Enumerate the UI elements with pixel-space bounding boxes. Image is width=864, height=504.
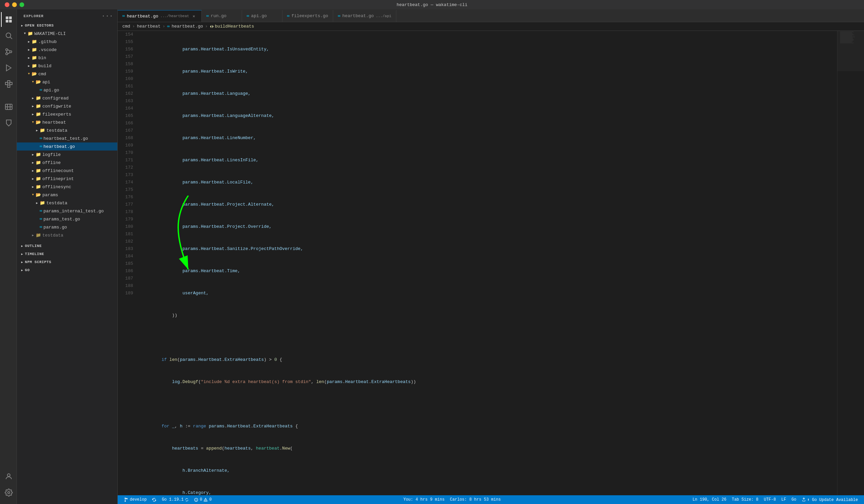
minimize-button[interactable] [12, 2, 17, 7]
outline-section[interactable]: ▶ OUTLINE [17, 242, 117, 250]
cmd-folder[interactable]: ▼ 📂 cmd [17, 70, 117, 78]
offline-folder[interactable]: ▶ 📁 offline [17, 159, 117, 167]
accounts-icon[interactable] [1, 469, 16, 484]
breadcrumb-cmd[interactable]: cmd [122, 24, 130, 29]
status-sync[interactable] [149, 495, 159, 504]
sidebar-item-remote[interactable] [1, 99, 16, 114]
status-branch[interactable]: develop [121, 495, 149, 504]
settings-icon[interactable] [1, 485, 16, 500]
vscode-label: .vscode [38, 47, 57, 52]
fileexperts-folder[interactable]: ▶ 📁 fileexperts [17, 110, 117, 118]
code-line-164: params.Heartbeat.Time, [141, 268, 837, 275]
window-controls[interactable] [5, 2, 24, 7]
maximize-button[interactable] [20, 2, 24, 7]
api-folder[interactable]: ▼ 📂 api [17, 78, 117, 86]
sidebar-item-explorer[interactable] [1, 12, 16, 27]
line-numbers: 154 155 156 157 158 159 160 161 162 163 … [118, 31, 138, 495]
outline-label: OUTLINE [25, 244, 42, 248]
status-update[interactable]: ⬆ Go Update Available [799, 495, 861, 504]
sidebar-item-extensions[interactable] [1, 77, 16, 91]
configread-label: configread [43, 96, 69, 101]
configread-folder[interactable]: ▶ 📁 configread [17, 94, 117, 102]
errors-count: 0 [200, 497, 202, 502]
heartbeat-testdata-folder[interactable]: ▶ 📁 testdata [17, 126, 117, 134]
sidebar-item-source-control[interactable] [1, 44, 16, 59]
status-go-version[interactable]: Go 1.19.1 [159, 495, 191, 504]
tab-label-1: heartbeat.go [127, 14, 158, 19]
code-line-167 [141, 334, 837, 341]
svg-rect-2 [6, 20, 9, 23]
offlinecount-folder[interactable]: ▶ 📁 offlinecount [17, 167, 117, 175]
go-section[interactable]: ▶ GO [17, 266, 117, 274]
svg-rect-1 [9, 16, 12, 19]
status-encoding[interactable]: UTF-8 [761, 495, 779, 504]
vscode-folder[interactable]: ▶ 📁 .vscode [17, 46, 117, 54]
code-line-163: params.Heartbeat.Sanitize.ProjectPathOve… [141, 245, 837, 253]
encoding-label: UTF-8 [764, 497, 776, 502]
go-file-icon-pit: ∞ [40, 209, 42, 213]
offlineprint-label: offlineprint [43, 176, 74, 182]
close-button[interactable] [5, 2, 9, 7]
offlinesync-folder[interactable]: ▶ 📁 offlinesync [17, 183, 117, 191]
heartbeat-test-go-file[interactable]: ▶ ∞ heartbeat_test.go [17, 134, 117, 143]
status-you-time[interactable]: You: 4 hrs 9 mins [401, 495, 447, 504]
warnings-count: 0 [209, 497, 212, 502]
folder-icon-offline: 📁 [36, 160, 41, 165]
status-line-endings[interactable]: LF [779, 495, 789, 504]
status-carlos-time[interactable]: Carlos: 8 hrs 53 mins [447, 495, 503, 504]
sidebar-header: EXPLORER ··· [17, 9, 117, 22]
code-line-165: userAgent, [141, 290, 837, 297]
code-line-162: params.Heartbeat.Project.Override, [141, 223, 837, 231]
configwrite-label: configwrite [43, 104, 71, 109]
project-root-folder[interactable]: ▼ 📁 WAKATIME-CLI [17, 29, 117, 38]
tab-api-go[interactable]: ∞ api.go [242, 10, 283, 22]
svg-point-43 [206, 501, 206, 501]
sidebar-item-search[interactable] [1, 28, 16, 43]
minimap[interactable] [837, 31, 864, 495]
status-cursor[interactable]: Ln 190, Col 26 [690, 495, 729, 504]
folder-icon-offlineprint: 📁 [36, 176, 41, 182]
branch-label: develop [130, 497, 147, 502]
tab-run-go[interactable]: ∞ run.go [202, 10, 242, 22]
folder-icon-offlinecount: 📁 [36, 168, 41, 173]
configwrite-folder[interactable]: ▶ 📁 configwrite [17, 102, 117, 110]
status-errors[interactable]: 0 0 [191, 495, 214, 504]
extra-testdata-folder[interactable]: ▶ 📁 testdata [17, 231, 117, 239]
offlineprint-folder[interactable]: ▶ 📁 offlineprint [17, 175, 117, 183]
tab-close-1[interactable]: ✕ [191, 13, 197, 19]
params-label: params [43, 193, 58, 198]
sidebar-more-icon[interactable]: ··· [101, 13, 113, 20]
code-editor[interactable]: 154 155 156 157 158 159 160 161 162 163 … [118, 31, 837, 495]
status-tab-size[interactable]: Tab Size: 8 [729, 495, 761, 504]
params-arrow: ▼ [30, 192, 36, 198]
params-testdata-folder[interactable]: ▶ 📁 testdata [17, 199, 117, 207]
folder-icon: 📁 [27, 31, 33, 36]
npm-scripts-section[interactable]: ▶ NPM SCRIPTS [17, 258, 117, 266]
sidebar-item-testing[interactable] [1, 115, 16, 130]
code-line-169: log.Debugf("include %d extra heartbeat(s… [141, 378, 837, 386]
bin-folder[interactable]: ▶ 📁 bin [17, 54, 117, 62]
params-folder[interactable]: ▼ 📂 params [17, 191, 117, 199]
status-language[interactable]: Go [789, 495, 799, 504]
params-test-go[interactable]: ▶ ∞ params_test.go [17, 215, 117, 223]
tab-heartbeat-go-api[interactable]: ∞ heartbeat.go .../api [333, 10, 396, 22]
params-go[interactable]: ▶ ∞ params.go [17, 223, 117, 231]
tab-heartbeat-go[interactable]: ∞ heartbeat.go .../heartbeat ✕ [118, 10, 202, 22]
timeline-section[interactable]: ▶ TIMELINE [17, 250, 117, 258]
github-folder[interactable]: ▶ 📁 .github [17, 38, 117, 46]
api-go-file[interactable]: ▶ ∞ api.go [17, 86, 117, 94]
tab-fileexperts-go[interactable]: ∞ fileexperts.go [283, 10, 333, 22]
logfile-folder[interactable]: ▶ 📁 logfile [17, 150, 117, 159]
carlos-time-label: Carlos: 8 hrs 53 mins [450, 497, 501, 502]
open-editors-section[interactable]: ▶ OPEN EDITORS [17, 22, 117, 29]
build-folder[interactable]: ▶ 📁 build [17, 62, 117, 70]
heartbeat-go-file[interactable]: ▶ ∞ heartbeat.go [17, 143, 117, 150]
params-internal-test-go[interactable]: ▶ ∞ params_internal_test.go [17, 207, 117, 215]
breadcrumb-file[interactable]: heartbeat.go [171, 24, 203, 29]
breadcrumb-heartbeat[interactable]: heartbeat [137, 24, 160, 29]
go-version-label: Go 1.19.1 [162, 497, 183, 502]
sidebar-item-run-debug[interactable] [1, 61, 16, 75]
update-icon [802, 497, 806, 502]
go-file-icon-api: ∞ [40, 88, 42, 93]
heartbeat-folder[interactable]: ▼ 📂 heartbeat [17, 118, 117, 126]
